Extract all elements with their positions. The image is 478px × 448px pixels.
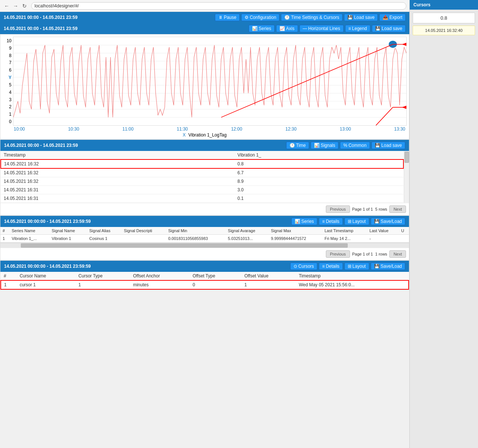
cursors-table: # Cursor Name Cursor Type Offset Anchor …	[0, 272, 409, 290]
url-bar[interactable]: localhost/i4designer/#/	[31, 2, 406, 10]
cursor-value-display: 0.8	[413, 13, 475, 23]
back-button[interactable]: ←	[3, 2, 10, 10]
signals-table-body: 1 Vibration 1_... Vibration 1 Cosinus 1 …	[0, 235, 409, 243]
table-row[interactable]: 14.05.2021 16:32 8.9	[1, 177, 403, 186]
signals-hscroll-thumb[interactable]	[21, 243, 348, 248]
cursor-datetime-display: 14.05.2021 16:32:40	[413, 26, 475, 35]
cursors-btn[interactable]: ⊙ Cursors	[290, 263, 317, 270]
table-row[interactable]: 14.05.2021 16:31 0.1	[1, 194, 403, 203]
chart-container[interactable]: 10 9 8 7 6 Y 5 4 3 2 1 0	[0, 34, 409, 139]
cursors-table-head: # Cursor Name Cursor Type Offset Anchor …	[1, 272, 409, 280]
time-btn[interactable]: 🕐 Time	[286, 142, 309, 149]
cur-col-anchor: Offset Anchor	[130, 272, 189, 280]
cursors-details-btn[interactable]: ≡ Details	[319, 263, 343, 270]
browser-bar: ← → ↻ localhost/i4designer/#/	[0, 0, 409, 12]
axis-button[interactable]: 📈 Axis	[276, 25, 298, 32]
time-settings-button[interactable]: 🕐 Time Settings & Cursors	[281, 14, 343, 21]
chart-title-bar: 14.05.2021 00:00 - 14.05.2021 23:59	[4, 26, 78, 31]
signals-page-info: Page 1 of 1	[352, 252, 373, 256]
chart-header-buttons: 📊 Series 📈 Axis — Horizontal Lines ≡ Leg…	[249, 25, 406, 32]
signals-rows-info: 1 rows	[375, 252, 387, 256]
cur-save-icon: 💾	[374, 264, 380, 269]
chart-header: 14.05.2021 00:00 - 14.05.2021 23:59 📊 Se…	[0, 23, 409, 34]
y-axis: 10 9 8 7 6 Y 5 4 3 2 1 0	[3, 37, 13, 126]
signals-table-container[interactable]: # Series Name Signal Name Signal Alias S…	[0, 227, 409, 243]
cur-col-ts: Timestamp	[296, 272, 409, 280]
signals-next-button[interactable]: Next	[389, 250, 406, 258]
scrollbar-thumb[interactable]	[405, 152, 409, 163]
common-btn[interactable]: % Common	[340, 142, 370, 149]
url-text: localhost/i4designer/#/	[35, 3, 79, 9]
cur-col-name: Cursor Name	[17, 272, 75, 280]
configuration-button[interactable]: ⚙ Configuration	[241, 14, 279, 21]
cur-details-icon: ≡	[322, 264, 325, 269]
refresh-button[interactable]: ↻	[21, 2, 28, 10]
load-save-global-button[interactable]: 💾 Load save	[344, 14, 378, 21]
table-row[interactable]: 14.05.2021 16:32 0.8	[1, 159, 403, 168]
data-header-buttons: 🕐 Time 📊 Signals % Common 💾 Load save	[286, 142, 405, 149]
table-scrollbar[interactable]	[404, 151, 409, 203]
chart-x-label-area: X Vibration 1_LogTag	[3, 132, 407, 138]
common-icon: %	[343, 143, 347, 148]
config-icon: ⚙	[245, 15, 249, 20]
signals-saveload-btn[interactable]: 💾 Save/Load	[371, 218, 405, 225]
data-loadsave-btn[interactable]: 💾 Load save	[371, 142, 405, 149]
signals-layout-btn[interactable]: ⊞ Layout	[344, 218, 369, 225]
series-button[interactable]: 📊 Series	[249, 25, 275, 32]
browser-navigation[interactable]: ← → ↻	[3, 2, 28, 10]
cursors-layout-btn[interactable]: ⊞ Layout	[344, 263, 369, 270]
signals-series-btn[interactable]: 📊 Series	[291, 218, 317, 225]
signals-section: 14.05.2021 00:00:00 - 14.05.2021 23:59:5…	[0, 215, 409, 260]
table-row[interactable]: 14.05.2021 16:31 3.0	[1, 186, 403, 194]
cur-col-offset-val: Offset Value	[241, 272, 296, 280]
global-header: 14.05.2021 00:00 - 14.05.2021 23:59 ⏸ Pa…	[0, 12, 409, 23]
chart-svg	[13, 37, 406, 125]
signals-hscroll[interactable]	[0, 243, 409, 248]
sig-col-last-ts: Last Timestamp	[322, 227, 367, 235]
export-button[interactable]: 📤 Export	[379, 14, 406, 21]
data-table-scroll[interactable]: Timestamp Vibration 1_ 14.05.2021 16:32 …	[0, 151, 404, 203]
loadsave-icon: 💾	[347, 15, 353, 20]
data-table: Timestamp Vibration 1_ 14.05.2021 16:32 …	[0, 151, 404, 203]
global-header-buttons: ⏸ Pause ⚙ Configuration 🕐 Time Settings …	[215, 14, 406, 21]
table-row[interactable]: 1 Vibration 1_... Vibration 1 Cosinus 1 …	[0, 235, 409, 243]
signals-btn[interactable]: 📊 Signals	[311, 142, 338, 149]
chart-plot[interactable]	[13, 37, 407, 126]
pause-icon: ⏸	[218, 15, 223, 20]
cursors-title: 14.05.2021 00:00:00 - 14.05.2021 23:59:5…	[4, 264, 91, 269]
data-pagination: Previous Page 1 of 1 5 rows Next	[0, 203, 409, 215]
sig-col-min: Signal Min	[166, 227, 226, 235]
sig-col-alias: Signal Alias	[87, 227, 122, 235]
signals-title: 14.05.2021 00:00:00 - 14.05.2021 23:59:5…	[4, 219, 91, 224]
pause-button[interactable]: ⏸ Pause	[215, 14, 240, 21]
cur-layout-icon: ⊞	[348, 264, 351, 269]
chart-section: 14.05.2021 00:00 - 14.05.2021 23:59 📊 Se…	[0, 23, 409, 139]
data-save-icon: 💾	[375, 143, 380, 148]
cursors-saveload-btn[interactable]: 💾 Save/Load	[371, 263, 405, 270]
sig-col-avg: Signal Avarage	[226, 227, 269, 235]
cur-col-type: Cursor Type	[75, 272, 130, 280]
col-timestamp: Timestamp	[1, 151, 235, 159]
signals-table-head: # Series Name Signal Name Signal Alias S…	[0, 227, 409, 235]
cursors-header-buttons: ⊙ Cursors ≡ Details ⊞ Layout 💾 Save/Load	[290, 263, 405, 270]
table-row[interactable]: 14.05.2021 16:32 6.7	[1, 168, 403, 177]
cursors-section: 14.05.2021 00:00:00 - 14.05.2021 23:59:5…	[0, 260, 409, 290]
horizontal-lines-button[interactable]: — Horizontal Lines	[299, 25, 344, 32]
data-prev-button[interactable]: Previous	[326, 205, 350, 213]
col-vibration: Vibration 1_	[235, 151, 403, 159]
chart-loadsave-button[interactable]: 💾 Load save	[372, 25, 406, 32]
legend-button[interactable]: ≡ Legend	[345, 25, 370, 32]
chart-label: Vibration 1_LogTag	[188, 132, 226, 138]
chart-save-icon: 💾	[375, 26, 381, 31]
cur-col-offset-type: Offset Type	[190, 272, 242, 280]
signals-details-btn[interactable]: ≡ Details	[319, 218, 343, 225]
forward-button[interactable]: →	[12, 2, 19, 10]
time-btn-icon: 🕐	[289, 143, 295, 148]
data-next-button[interactable]: Next	[389, 205, 406, 213]
export-icon: 📤	[383, 15, 388, 20]
sig-col-last-val: Last Value	[367, 227, 399, 235]
hlines-icon: —	[303, 26, 307, 31]
signals-prev-button[interactable]: Previous	[326, 250, 350, 258]
table-row[interactable]: 1 cursor 1 1 minutes 0 1 Wed May 05 2021…	[1, 280, 409, 289]
sig-col-num: #	[0, 227, 9, 235]
